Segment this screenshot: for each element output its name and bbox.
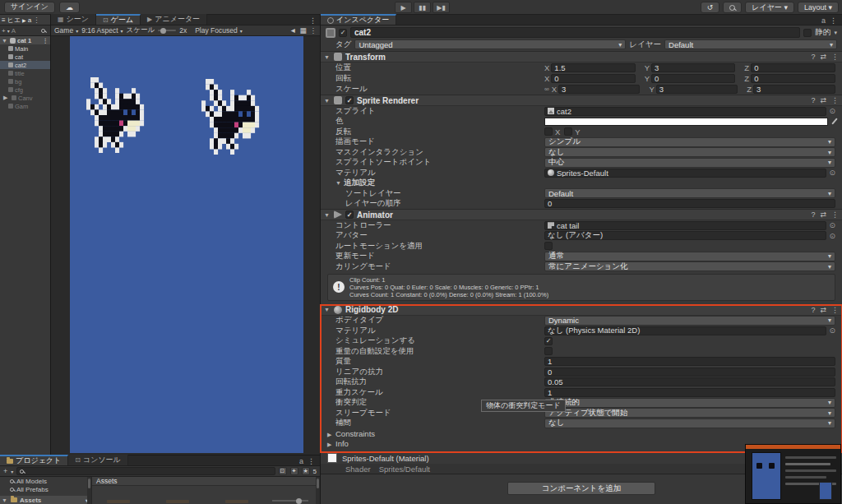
culling-mode-dropdown[interactable]: 常にアニメーション化▾ (544, 261, 835, 271)
rotation-z-field[interactable]: 0 (751, 74, 835, 83)
foldout-icon[interactable]: ▼ (324, 307, 331, 312)
sorting-layer-dropdown[interactable]: Default▾ (544, 188, 835, 198)
foldout-icon[interactable]: ▶ (3, 95, 10, 101)
flip-x-checkbox[interactable] (544, 127, 553, 136)
presets-icon[interactable]: ⇄ (820, 210, 826, 219)
cloud-icon[interactable]: ☁ (59, 2, 80, 13)
all-prefabs-item[interactable]: All Prefabs (0, 485, 91, 493)
position-x-field[interactable]: 1.5 (551, 63, 635, 72)
tab-console[interactable]: ⊡コンソール (68, 455, 128, 465)
eyedropper-icon[interactable] (831, 118, 837, 125)
add-component-button[interactable]: コンポーネントを追加 (507, 482, 655, 495)
play-button[interactable]: ▶ (395, 2, 412, 13)
hierarchy-item-bg[interactable]: bg (0, 77, 50, 86)
object-picker-icon[interactable]: ⊙ (829, 232, 835, 240)
foldout-icon[interactable]: ▼ (335, 180, 344, 186)
constraints-foldout[interactable]: ▶Constraints (321, 428, 842, 438)
controller-object-field[interactable]: cat tail (544, 221, 826, 230)
tab-hierarchy[interactable]: ≡ ヒエ ▶ a ⋮ (0, 15, 50, 25)
undo-history-icon[interactable]: ↺ (701, 2, 720, 13)
hierarchy-item-cat[interactable]: cat (0, 53, 50, 61)
help-icon[interactable]: ? (811, 210, 815, 219)
scene-row[interactable]: ▼ cat 1 ⋮ (0, 36, 50, 44)
angular-drag-field[interactable]: 0.05 (544, 377, 835, 386)
link-scale-icon[interactable]: ∞ (544, 86, 549, 93)
position-y-field[interactable]: 3 (651, 63, 735, 72)
kebab-menu-icon[interactable]: ⋮ (831, 53, 839, 61)
flip-y-checkbox[interactable] (564, 127, 572, 136)
order-in-layer-field[interactable]: 0 (544, 199, 835, 208)
tab-scene[interactable]: ▦シーン (51, 14, 96, 25)
draw-mode-dropdown[interactable]: シンプル▾ (544, 137, 835, 147)
material-object-field[interactable]: Sprites-Default (544, 169, 826, 178)
mute-audio-icon[interactable]: ◄ (289, 26, 296, 35)
scale-y-field[interactable]: 3 (656, 85, 738, 94)
all-models-item[interactable]: All Models (0, 477, 91, 485)
help-icon[interactable]: ? (811, 306, 815, 314)
scale-slider[interactable] (158, 30, 176, 31)
filter-icon[interactable]: A (12, 27, 16, 35)
kebab-menu-icon[interactable]: ⋮ (309, 16, 320, 25)
screen-capture-preview[interactable] (745, 444, 841, 504)
collision-detection-dropdown[interactable]: 非連続的▾ (544, 398, 835, 408)
layers-dropdown[interactable]: レイヤー ▾ (745, 2, 794, 13)
hierarchy-item-game[interactable]: Gam (0, 102, 50, 110)
stats-icon[interactable]: ▦ (299, 26, 306, 35)
foldout-icon[interactable]: ▼ (324, 54, 331, 60)
lock-icon[interactable]: a (28, 16, 31, 24)
layer-dropdown[interactable]: Default▾ (664, 39, 837, 49)
lock-icon[interactable]: a (821, 16, 826, 25)
gravity-scale-field[interactable]: 1 (544, 388, 835, 397)
layout-dropdown[interactable]: Layout ▾ (798, 2, 839, 13)
hierarchy-item-canvas[interactable]: ▶Canv (0, 94, 50, 102)
object-picker-icon[interactable]: ⊙ (829, 326, 835, 335)
search-icon[interactable] (41, 29, 45, 33)
kebab-menu-icon[interactable]: ⋮ (830, 16, 837, 25)
pause-button[interactable]: ▮▮ (414, 2, 431, 13)
rotation-y-field[interactable]: 0 (651, 74, 735, 83)
static-dropdown-icon[interactable]: ▾ (834, 30, 837, 36)
play-focused-dropdown[interactable]: Play Focused▾ (195, 26, 243, 35)
rigidbody-header[interactable]: ▼ Rigidbody 2D ?⇄⋮ (321, 305, 842, 316)
scale-x-field[interactable]: 3 (558, 85, 640, 94)
root-motion-checkbox[interactable] (544, 242, 553, 250)
kebab-menu-icon[interactable]: ⋮ (43, 37, 51, 44)
kebab-menu-icon[interactable]: ⋮ (831, 96, 839, 104)
simulated-checkbox[interactable]: ✓ (544, 337, 553, 345)
foldout-icon[interactable]: ▼ (2, 497, 8, 503)
search-by-type-icon[interactable]: ⊡ (279, 467, 287, 475)
sprite-object-field[interactable]: cat2 (544, 107, 826, 116)
interpolate-dropdown[interactable]: なし▾ (544, 418, 835, 428)
foldout-icon[interactable]: ▼ (324, 98, 331, 104)
tab-inspector[interactable]: インスペクター (321, 14, 396, 25)
lock-icon[interactable]: a (299, 457, 303, 465)
mass-field[interactable]: 1 (544, 357, 835, 366)
sleep-mode-dropdown[interactable]: アクティブ状態で開始▾ (544, 408, 835, 418)
object-picker-icon[interactable]: ⊙ (829, 221, 835, 229)
help-icon[interactable]: ? (811, 96, 815, 104)
body-type-dropdown[interactable]: Dynamic▾ (544, 316, 835, 326)
step-button[interactable]: ▶▮ (433, 2, 450, 13)
presets-icon[interactable]: ⇄ (820, 306, 826, 314)
hierarchy-item-cfg[interactable]: cfg (0, 86, 50, 94)
mask-interaction-dropdown[interactable]: なし▾ (544, 147, 835, 157)
additional-settings-row[interactable]: ▼追加設定 (321, 178, 842, 189)
tab-game[interactable]: ⊡ゲーム (96, 14, 141, 25)
kebab-menu-icon[interactable]: ⋮ (310, 26, 317, 35)
shader-value[interactable]: Sprites/Default (379, 465, 430, 474)
tag-dropdown[interactable]: Untagged▾ (354, 39, 626, 49)
animator-header[interactable]: ▼ ✓ Animator ?⇄⋮ (321, 210, 842, 220)
foldout-icon[interactable]: ▼ (324, 212, 331, 218)
enabled-checkbox[interactable]: ✓ (345, 96, 354, 104)
project-search-input[interactable] (16, 467, 275, 475)
search-by-label-icon[interactable]: ✦ (290, 467, 298, 475)
object-picker-icon[interactable]: ⊙ (829, 169, 835, 177)
kebab-menu-icon[interactable]: ⋮ (308, 457, 315, 465)
favorites-icon[interactable]: ★ (302, 467, 310, 475)
help-icon[interactable]: ? (811, 53, 815, 61)
hierarchy-item-cat2-selected[interactable]: cat2 (0, 61, 50, 69)
add-asset-button[interactable]: + (3, 467, 7, 475)
scrollbar[interactable] (316, 477, 320, 504)
avatar-object-field[interactable]: なし (アバター) (544, 231, 826, 240)
update-mode-dropdown[interactable]: 通常▾ (544, 252, 835, 261)
